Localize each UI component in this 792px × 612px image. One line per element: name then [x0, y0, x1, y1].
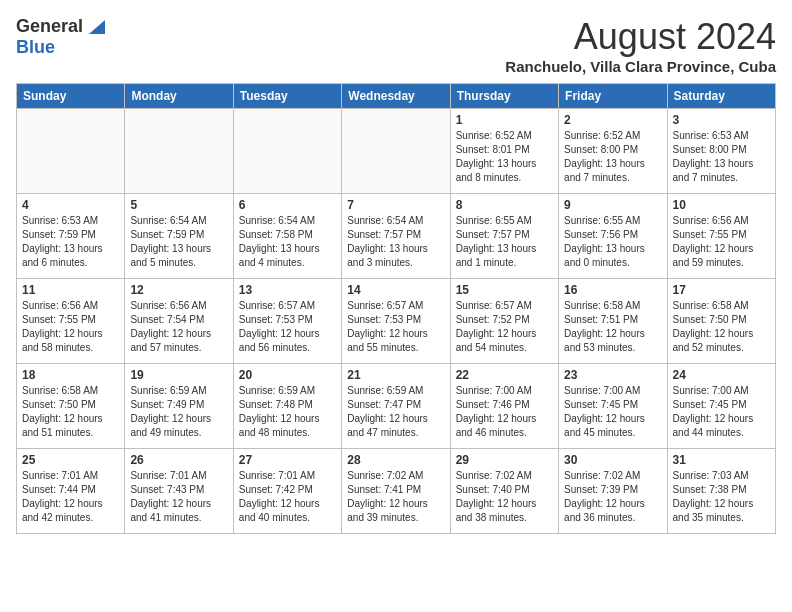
calendar-week-row: 18Sunrise: 6:58 AM Sunset: 7:50 PM Dayli…: [17, 364, 776, 449]
day-info: Sunrise: 6:59 AM Sunset: 7:49 PM Dayligh…: [130, 384, 227, 440]
day-info: Sunrise: 7:00 AM Sunset: 7:46 PM Dayligh…: [456, 384, 553, 440]
calendar-cell: 3Sunrise: 6:53 AM Sunset: 8:00 PM Daylig…: [667, 109, 775, 194]
calendar-cell: 4Sunrise: 6:53 AM Sunset: 7:59 PM Daylig…: [17, 194, 125, 279]
day-info: Sunrise: 7:01 AM Sunset: 7:42 PM Dayligh…: [239, 469, 336, 525]
day-info: Sunrise: 6:53 AM Sunset: 8:00 PM Dayligh…: [673, 129, 770, 185]
day-number: 17: [673, 283, 770, 297]
calendar-cell: [342, 109, 450, 194]
day-info: Sunrise: 6:52 AM Sunset: 8:01 PM Dayligh…: [456, 129, 553, 185]
logo-icon: [85, 16, 105, 34]
calendar-day-header: Sunday: [17, 84, 125, 109]
calendar-cell: 23Sunrise: 7:00 AM Sunset: 7:45 PM Dayli…: [559, 364, 667, 449]
day-number: 5: [130, 198, 227, 212]
day-info: Sunrise: 7:03 AM Sunset: 7:38 PM Dayligh…: [673, 469, 770, 525]
calendar-week-row: 4Sunrise: 6:53 AM Sunset: 7:59 PM Daylig…: [17, 194, 776, 279]
calendar-cell: 20Sunrise: 6:59 AM Sunset: 7:48 PM Dayli…: [233, 364, 341, 449]
calendar-day-header: Tuesday: [233, 84, 341, 109]
calendar-cell: 12Sunrise: 6:56 AM Sunset: 7:54 PM Dayli…: [125, 279, 233, 364]
day-info: Sunrise: 7:00 AM Sunset: 7:45 PM Dayligh…: [564, 384, 661, 440]
calendar-cell: 17Sunrise: 6:58 AM Sunset: 7:50 PM Dayli…: [667, 279, 775, 364]
day-number: 2: [564, 113, 661, 127]
calendar-cell: 21Sunrise: 6:59 AM Sunset: 7:47 PM Dayli…: [342, 364, 450, 449]
calendar-day-header: Wednesday: [342, 84, 450, 109]
calendar-cell: 29Sunrise: 7:02 AM Sunset: 7:40 PM Dayli…: [450, 449, 558, 534]
day-number: 27: [239, 453, 336, 467]
day-info: Sunrise: 7:01 AM Sunset: 7:44 PM Dayligh…: [22, 469, 119, 525]
calendar-cell: 30Sunrise: 7:02 AM Sunset: 7:39 PM Dayli…: [559, 449, 667, 534]
calendar-cell: [125, 109, 233, 194]
day-number: 31: [673, 453, 770, 467]
day-info: Sunrise: 7:02 AM Sunset: 7:41 PM Dayligh…: [347, 469, 444, 525]
location-title: Ranchuelo, Villa Clara Province, Cuba: [505, 58, 776, 75]
day-number: 18: [22, 368, 119, 382]
day-number: 7: [347, 198, 444, 212]
calendar-cell: 11Sunrise: 6:56 AM Sunset: 7:55 PM Dayli…: [17, 279, 125, 364]
calendar-cell: 7Sunrise: 6:54 AM Sunset: 7:57 PM Daylig…: [342, 194, 450, 279]
day-info: Sunrise: 6:56 AM Sunset: 7:54 PM Dayligh…: [130, 299, 227, 355]
day-number: 6: [239, 198, 336, 212]
calendar-cell: 9Sunrise: 6:55 AM Sunset: 7:56 PM Daylig…: [559, 194, 667, 279]
calendar-week-row: 25Sunrise: 7:01 AM Sunset: 7:44 PM Dayli…: [17, 449, 776, 534]
day-info: Sunrise: 6:58 AM Sunset: 7:51 PM Dayligh…: [564, 299, 661, 355]
day-info: Sunrise: 6:54 AM Sunset: 7:57 PM Dayligh…: [347, 214, 444, 270]
day-info: Sunrise: 6:54 AM Sunset: 7:58 PM Dayligh…: [239, 214, 336, 270]
day-number: 28: [347, 453, 444, 467]
calendar-cell: 2Sunrise: 6:52 AM Sunset: 8:00 PM Daylig…: [559, 109, 667, 194]
calendar-cell: 6Sunrise: 6:54 AM Sunset: 7:58 PM Daylig…: [233, 194, 341, 279]
calendar-cell: 18Sunrise: 6:58 AM Sunset: 7:50 PM Dayli…: [17, 364, 125, 449]
day-info: Sunrise: 6:52 AM Sunset: 8:00 PM Dayligh…: [564, 129, 661, 185]
calendar-cell: 16Sunrise: 6:58 AM Sunset: 7:51 PM Dayli…: [559, 279, 667, 364]
calendar-cell: 31Sunrise: 7:03 AM Sunset: 7:38 PM Dayli…: [667, 449, 775, 534]
day-number: 9: [564, 198, 661, 212]
calendar-week-row: 11Sunrise: 6:56 AM Sunset: 7:55 PM Dayli…: [17, 279, 776, 364]
day-number: 29: [456, 453, 553, 467]
day-number: 20: [239, 368, 336, 382]
day-number: 30: [564, 453, 661, 467]
day-info: Sunrise: 6:55 AM Sunset: 7:56 PM Dayligh…: [564, 214, 661, 270]
day-number: 16: [564, 283, 661, 297]
calendar-cell: 19Sunrise: 6:59 AM Sunset: 7:49 PM Dayli…: [125, 364, 233, 449]
logo: General Blue: [16, 16, 105, 58]
day-number: 22: [456, 368, 553, 382]
calendar-cell: 28Sunrise: 7:02 AM Sunset: 7:41 PM Dayli…: [342, 449, 450, 534]
day-number: 10: [673, 198, 770, 212]
calendar-day-header: Saturday: [667, 84, 775, 109]
day-info: Sunrise: 7:02 AM Sunset: 7:39 PM Dayligh…: [564, 469, 661, 525]
day-info: Sunrise: 6:57 AM Sunset: 7:52 PM Dayligh…: [456, 299, 553, 355]
calendar-day-header: Monday: [125, 84, 233, 109]
calendar-cell: 13Sunrise: 6:57 AM Sunset: 7:53 PM Dayli…: [233, 279, 341, 364]
day-info: Sunrise: 6:59 AM Sunset: 7:48 PM Dayligh…: [239, 384, 336, 440]
month-title: August 2024: [505, 16, 776, 58]
calendar-cell: 1Sunrise: 6:52 AM Sunset: 8:01 PM Daylig…: [450, 109, 558, 194]
day-info: Sunrise: 6:57 AM Sunset: 7:53 PM Dayligh…: [347, 299, 444, 355]
day-info: Sunrise: 6:56 AM Sunset: 7:55 PM Dayligh…: [22, 299, 119, 355]
logo-blue-text: Blue: [16, 37, 55, 58]
calendar-body: 1Sunrise: 6:52 AM Sunset: 8:01 PM Daylig…: [17, 109, 776, 534]
calendar-cell: [233, 109, 341, 194]
day-number: 24: [673, 368, 770, 382]
calendar-cell: 8Sunrise: 6:55 AM Sunset: 7:57 PM Daylig…: [450, 194, 558, 279]
day-info: Sunrise: 6:58 AM Sunset: 7:50 PM Dayligh…: [22, 384, 119, 440]
day-info: Sunrise: 6:58 AM Sunset: 7:50 PM Dayligh…: [673, 299, 770, 355]
calendar-cell: [17, 109, 125, 194]
calendar-header-row: SundayMondayTuesdayWednesdayThursdayFrid…: [17, 84, 776, 109]
day-info: Sunrise: 6:53 AM Sunset: 7:59 PM Dayligh…: [22, 214, 119, 270]
day-number: 19: [130, 368, 227, 382]
calendar-cell: 26Sunrise: 7:01 AM Sunset: 7:43 PM Dayli…: [125, 449, 233, 534]
calendar-cell: 25Sunrise: 7:01 AM Sunset: 7:44 PM Dayli…: [17, 449, 125, 534]
day-number: 3: [673, 113, 770, 127]
day-number: 13: [239, 283, 336, 297]
day-number: 1: [456, 113, 553, 127]
day-number: 14: [347, 283, 444, 297]
calendar-cell: 14Sunrise: 6:57 AM Sunset: 7:53 PM Dayli…: [342, 279, 450, 364]
calendar-cell: 15Sunrise: 6:57 AM Sunset: 7:52 PM Dayli…: [450, 279, 558, 364]
day-number: 23: [564, 368, 661, 382]
day-number: 4: [22, 198, 119, 212]
day-number: 26: [130, 453, 227, 467]
day-info: Sunrise: 6:57 AM Sunset: 7:53 PM Dayligh…: [239, 299, 336, 355]
day-info: Sunrise: 7:02 AM Sunset: 7:40 PM Dayligh…: [456, 469, 553, 525]
day-number: 21: [347, 368, 444, 382]
day-info: Sunrise: 7:01 AM Sunset: 7:43 PM Dayligh…: [130, 469, 227, 525]
calendar-cell: 22Sunrise: 7:00 AM Sunset: 7:46 PM Dayli…: [450, 364, 558, 449]
title-area: August 2024 Ranchuelo, Villa Clara Provi…: [505, 16, 776, 75]
